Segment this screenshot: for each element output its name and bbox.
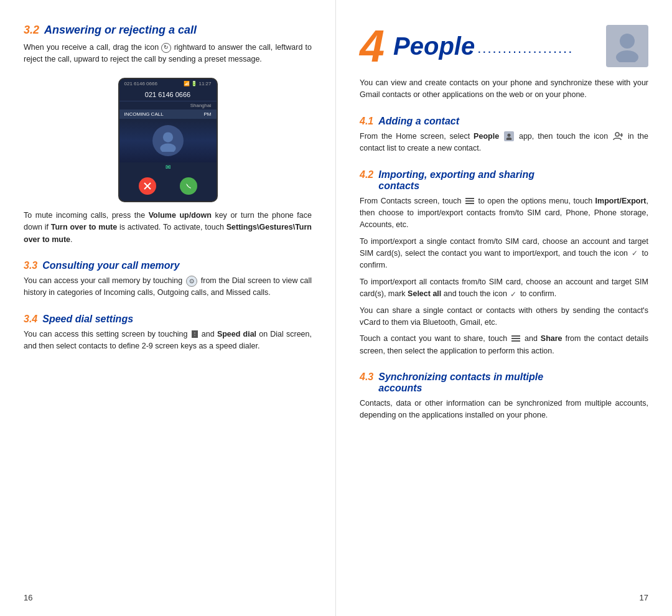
answer-call-btn[interactable] [180,177,197,195]
section-4-3-body: Contacts, data or other information can … [360,398,648,422]
section-3-4-title: Speed dial settings [42,314,133,325]
svg-point-6 [615,133,619,136]
section-4-2-para4: You can share a single contact or contac… [360,305,648,329]
section-3-3-title: Consulting your call memory [42,260,179,271]
phone-time: PM [204,111,212,117]
section-3-3-heading: 3.3 Consulting your call memory [24,260,312,271]
section-3-2-title: Answering or rejecting a call [44,24,197,37]
section-3-4-num: 3.4 [24,314,37,325]
section-4-2-para2: To import/export a single contact from/t… [360,236,648,272]
section-3-4-body: You can access this setting screen by to… [24,329,312,353]
section-3-3-body: You can access your call memory by touch… [24,275,312,299]
phone-screenshot: 021 6146 0666 📶 🔋 11:27 021 6146 0666 Sh… [118,78,218,202]
section-4-3-num: 4.3 [360,371,373,383]
chapter-4-heading: 4 People ................... [360,24,648,68]
people-app-icon [504,131,514,141]
mute-instructions: To mute incoming calls, press the Volume… [24,210,312,246]
svg-point-4 [507,134,510,137]
speed-dial-icon: ⋮ [192,330,198,338]
section-4-2-heading: 4.2 Importing, exporting and sharing con… [360,169,648,192]
section-3-2-heading: 3.2 Answering or rejecting a call [24,24,312,37]
section-3-4-heading: 3.4 Speed dial settings [24,314,312,325]
section-4-1-body: From the Home screen, select People app,… [360,131,648,155]
chapter-title-area: People ................... [393,32,606,60]
section-3-3-num: 3.3 [24,260,37,271]
section-3-2-body: When you receive a call, drag the icon ↻… [24,42,312,66]
add-contact-icon [613,131,623,141]
dial-history-icon: ⊙ [186,276,197,287]
svg-point-1 [160,143,175,152]
section-4-1-title: Adding a contact [378,116,459,127]
svg-point-0 [162,132,172,142]
section-4-2-para1: From Contacts screen, touch to open the … [360,195,648,231]
page-number-right: 17 [640,593,648,602]
chapter-avatar-icon [606,25,648,67]
left-page: 3.2 Answering or rejecting a call When y… [0,0,336,616]
phone-contact-avatar [152,125,184,156]
section-4-2-para3: To import/export all contacts from/to SI… [360,276,648,301]
check-icon-2: ✓ [510,289,516,301]
phone-incoming-label: INCOMING CALL PM [119,110,217,119]
right-page: 4 People ................... You can vie… [336,0,672,616]
section-4-3-heading: 4.3 Synchronizing contacts in multiple a… [360,371,648,394]
svg-point-5 [506,138,512,140]
svg-point-3 [616,50,638,62]
section-4-3-title2: accounts [378,383,422,393]
section-4-1-heading: 4.1 Adding a contact [360,116,648,127]
menu-icon-1 [465,198,474,205]
section-4-3-title-area: Synchronizing contacts in multiple accou… [378,371,543,394]
chapter-4-num: 4 [360,24,385,68]
phone-actions [119,172,217,200]
phone-swipe-icon: ↻ [161,43,171,53]
section-4-2-title2: contacts [378,180,419,191]
chapter-4-intro: You can view and create contacts on your… [360,77,648,101]
svg-point-2 [620,34,635,49]
section-4-2-title-area: Importing, exporting and sharing contact… [378,169,534,192]
reject-call-btn[interactable] [139,177,156,195]
chapter-title-text: People [393,32,475,60]
check-icon-1: ✓ [632,248,638,259]
phone-location: Shanghai [119,101,217,110]
page-number-left: 16 [24,593,32,602]
section-4-3-title: Synchronizing contacts in multiple [378,371,543,382]
section-4-2-num: 4.2 [360,169,373,180]
chapter-dots: ................... [477,40,606,57]
phone-signal: 📶 🔋 11:27 [184,81,211,86]
phone-status-bar: 021 6146 0666 📶 🔋 11:27 [119,79,217,88]
menu-icon-2 [511,335,520,342]
section-4-2-title: Importing, exporting and sharing [378,169,534,180]
section-4-1-num: 4.1 [360,116,373,127]
phone-number: 021 6146 0666 [124,81,157,86]
phone-avatar-area [119,119,217,162]
section-3-2-num: 3.2 [24,24,39,37]
phone-number-display: 021 6146 0666 [119,88,217,101]
section-4-2-para5: Touch a contact you want to share, touch… [360,333,648,357]
